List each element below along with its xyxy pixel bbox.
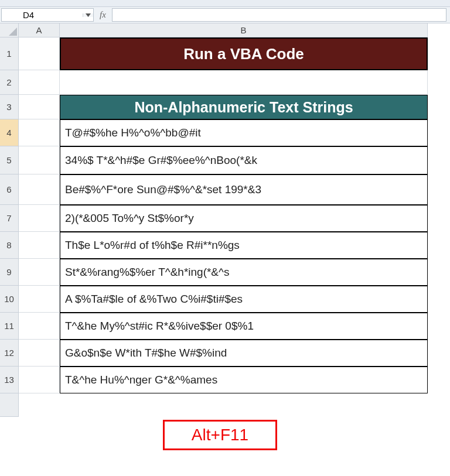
col-header-B[interactable]: B: [60, 23, 428, 37]
table-row[interactable]: Be#$%^F*ore Sun@#$%^&*set 199*&3: [60, 174, 428, 205]
cell-A6[interactable]: [19, 174, 60, 205]
cell-A8[interactable]: [19, 232, 60, 259]
name-box-value: D4: [2, 10, 83, 20]
table-row[interactable]: T&^he Hu%^nger G*&^%ames: [60, 367, 428, 393]
row-header-12[interactable]: 12: [0, 340, 19, 367]
keyboard-shortcut-annotation: Alt+F11: [163, 420, 277, 450]
table-row[interactable]: T^&he My%^st#ic R*&%ive$$er 0$%1: [60, 313, 428, 340]
cell-A12[interactable]: [19, 340, 60, 367]
row-header-3[interactable]: 3: [0, 95, 19, 119]
row-header-9[interactable]: 9: [0, 259, 19, 286]
table-row[interactable]: St*&%rang%$%er T^&h*ing(*&^s: [60, 259, 428, 286]
row-header-6[interactable]: 6: [0, 174, 19, 205]
row-header-7[interactable]: 7: [0, 205, 19, 232]
name-box-dropdown[interactable]: [83, 13, 93, 17]
row-header-2[interactable]: 2: [0, 70, 19, 95]
fx-icon[interactable]: fx: [100, 10, 106, 20]
cell-B2[interactable]: [60, 70, 428, 95]
cell-A13[interactable]: [19, 367, 60, 393]
table-row[interactable]: 34%$ T*&^h#$e Gr#$%ee%^nBoo(*&k: [60, 146, 428, 174]
cell-A7[interactable]: [19, 205, 60, 232]
table-header-cell[interactable]: Non-Alphanumeric Text Strings: [60, 95, 428, 119]
row-header-11[interactable]: 11: [0, 313, 19, 340]
row-header-4[interactable]: 4: [0, 119, 19, 146]
col-header-A[interactable]: A: [19, 23, 60, 37]
keyboard-shortcut-label: Alt+F11: [192, 426, 248, 444]
row-header-1[interactable]: 1: [0, 37, 19, 70]
name-box[interactable]: D4: [1, 8, 94, 22]
title-cell[interactable]: Run a VBA Code: [60, 37, 428, 70]
cell-A11[interactable]: [19, 313, 60, 340]
formula-bar-tools: fx: [95, 7, 111, 23]
formula-bar: D4 fx: [0, 7, 450, 23]
cell-A3[interactable]: [19, 95, 60, 119]
row-header-13[interactable]: 13: [0, 367, 19, 393]
row-header-5[interactable]: 5: [0, 146, 19, 174]
cell-A4[interactable]: [19, 119, 60, 146]
quick-access-toolbar: [0, 0, 450, 7]
table-row[interactable]: Th$e L*o%r#d of t%h$e R#i**n%gs: [60, 232, 428, 259]
cell-A2[interactable]: [19, 70, 60, 95]
table-row[interactable]: 2)(*&005 To%^y St$%or*y: [60, 205, 428, 232]
cell-A9[interactable]: [19, 259, 60, 286]
cell-A1[interactable]: [19, 37, 60, 70]
row-header-8[interactable]: 8: [0, 232, 19, 259]
row-header-10[interactable]: 10: [0, 286, 19, 313]
formula-input[interactable]: [112, 8, 446, 22]
table-row[interactable]: G&o$n$e W*ith T#$he W#$%ind: [60, 340, 428, 367]
select-all-cells[interactable]: [0, 23, 19, 37]
table-row[interactable]: T@#$%he H%^o%^bb@#it: [60, 119, 428, 146]
cell-A5[interactable]: [19, 146, 60, 174]
cell-A10[interactable]: [19, 286, 60, 313]
row-header-blank[interactable]: [0, 393, 19, 417]
table-row[interactable]: A $%Ta#$le of &%Two C%i#$ti#$es: [60, 286, 428, 313]
